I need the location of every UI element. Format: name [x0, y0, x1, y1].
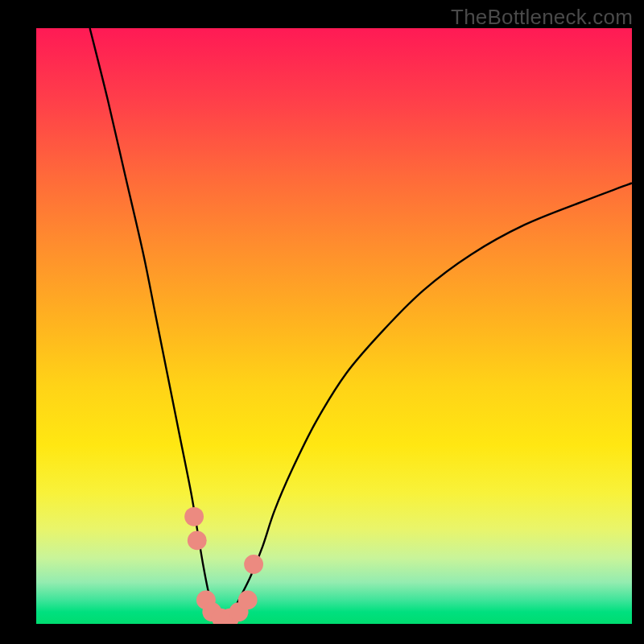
- chart-frame: TheBottleneck.com: [0, 0, 644, 644]
- watermark-text: TheBottleneck.com: [451, 5, 633, 30]
- data-marker: [188, 530, 207, 550]
- bottleneck-curve: [90, 28, 632, 619]
- data-marker: [184, 507, 204, 526]
- data-marker: [238, 590, 258, 609]
- data-marker: [244, 555, 263, 574]
- plot-area: [36, 28, 632, 624]
- marker-group: [184, 507, 263, 624]
- curve-layer: [36, 28, 632, 624]
